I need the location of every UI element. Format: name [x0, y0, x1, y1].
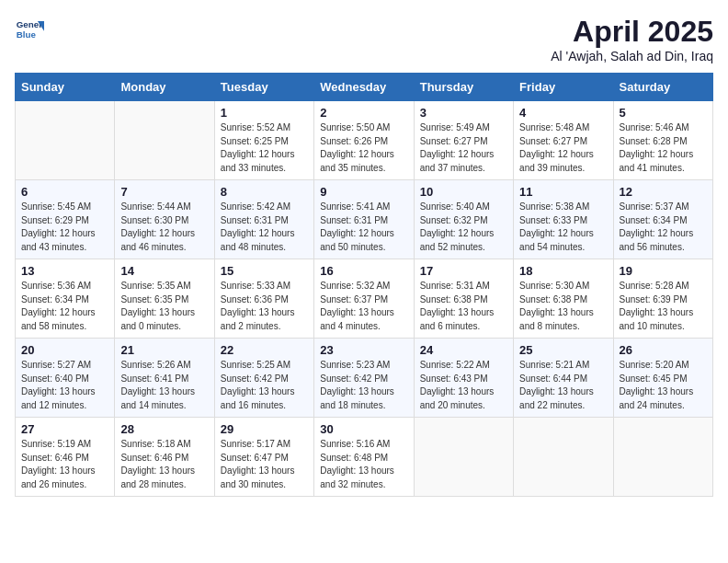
day-info: Sunrise: 5:26 AM Sunset: 6:41 PM Dayligh… [120, 359, 208, 412]
calendar-cell: 10Sunrise: 5:40 AM Sunset: 6:32 PM Dayli… [414, 180, 513, 259]
week-row-3: 13Sunrise: 5:36 AM Sunset: 6:34 PM Dayli… [16, 259, 713, 339]
day-number: 9 [320, 185, 407, 199]
day-number: 29 [221, 422, 308, 436]
day-number: 18 [519, 264, 607, 278]
day-info: Sunrise: 5:32 AM Sunset: 6:37 PM Dayligh… [320, 280, 407, 333]
calendar-cell: 3Sunrise: 5:49 AM Sunset: 6:27 PM Daylig… [414, 101, 513, 180]
calendar-cell: 27Sunrise: 5:19 AM Sunset: 6:46 PM Dayli… [16, 418, 115, 497]
calendar-cell: 24Sunrise: 5:22 AM Sunset: 6:43 PM Dayli… [414, 339, 513, 418]
day-number: 24 [420, 343, 507, 357]
day-info: Sunrise: 5:18 AM Sunset: 6:46 PM Dayligh… [120, 438, 208, 491]
calendar-cell: 29Sunrise: 5:17 AM Sunset: 6:47 PM Dayli… [214, 418, 313, 497]
calendar-cell: 23Sunrise: 5:23 AM Sunset: 6:42 PM Dayli… [314, 339, 414, 418]
day-info: Sunrise: 5:21 AM Sunset: 6:44 PM Dayligh… [519, 359, 607, 412]
day-number: 23 [320, 343, 407, 357]
day-info: Sunrise: 5:50 AM Sunset: 6:26 PM Dayligh… [320, 121, 407, 175]
svg-text:Blue: Blue [17, 29, 37, 40]
day-info: Sunrise: 5:22 AM Sunset: 6:43 PM Dayligh… [420, 359, 507, 412]
day-number: 19 [620, 264, 707, 278]
week-row-5: 27Sunrise: 5:19 AM Sunset: 6:46 PM Dayli… [16, 418, 713, 497]
day-info: Sunrise: 5:48 AM Sunset: 6:27 PM Dayligh… [519, 121, 607, 175]
day-info: Sunrise: 5:16 AM Sunset: 6:48 PM Dayligh… [320, 438, 407, 491]
day-number: 21 [120, 343, 208, 357]
day-number: 6 [21, 185, 108, 199]
day-number: 11 [519, 185, 607, 199]
day-number: 20 [21, 343, 108, 357]
day-header-wednesday: Wednesday [314, 74, 414, 101]
day-info: Sunrise: 5:28 AM Sunset: 6:39 PM Dayligh… [620, 280, 707, 333]
calendar-cell: 13Sunrise: 5:36 AM Sunset: 6:34 PM Dayli… [16, 259, 115, 339]
calendar-cell: 1Sunrise: 5:52 AM Sunset: 6:25 PM Daylig… [214, 101, 313, 180]
calendar-cell [613, 418, 712, 497]
calendar-cell: 4Sunrise: 5:48 AM Sunset: 6:27 PM Daylig… [514, 101, 613, 180]
day-number: 15 [221, 264, 308, 278]
day-number: 14 [120, 264, 208, 278]
day-number: 7 [120, 185, 208, 199]
calendar-cell: 11Sunrise: 5:38 AM Sunset: 6:33 PM Dayli… [514, 180, 613, 259]
day-header-friday: Friday [514, 74, 613, 101]
calendar-cell: 26Sunrise: 5:20 AM Sunset: 6:45 PM Dayli… [613, 339, 712, 418]
calendar-cell: 6Sunrise: 5:45 AM Sunset: 6:29 PM Daylig… [16, 180, 115, 259]
logo-icon: General Blue [15, 15, 44, 44]
calendar-cell: 16Sunrise: 5:32 AM Sunset: 6:37 PM Dayli… [314, 259, 414, 339]
day-number: 13 [21, 264, 108, 278]
day-number: 30 [320, 422, 407, 436]
day-info: Sunrise: 5:30 AM Sunset: 6:38 PM Dayligh… [519, 280, 607, 333]
day-number: 10 [420, 185, 507, 199]
day-number: 26 [620, 343, 707, 357]
week-row-1: 1Sunrise: 5:52 AM Sunset: 6:25 PM Daylig… [16, 101, 713, 180]
header: General Blue April 2025 Al 'Awjah, Salah… [15, 15, 713, 63]
calendar-cell [115, 101, 214, 180]
title-area: April 2025 Al 'Awjah, Salah ad Din, Iraq [551, 15, 713, 63]
calendar-cell: 20Sunrise: 5:27 AM Sunset: 6:40 PM Dayli… [16, 339, 115, 418]
calendar-cell: 30Sunrise: 5:16 AM Sunset: 6:48 PM Dayli… [314, 418, 414, 497]
day-info: Sunrise: 5:31 AM Sunset: 6:38 PM Dayligh… [420, 280, 507, 333]
logo: General Blue [15, 15, 44, 44]
day-number: 16 [320, 264, 407, 278]
day-info: Sunrise: 5:25 AM Sunset: 6:42 PM Dayligh… [221, 359, 308, 412]
day-number: 28 [120, 422, 208, 436]
calendar-cell: 28Sunrise: 5:18 AM Sunset: 6:46 PM Dayli… [115, 418, 214, 497]
header-row: SundayMondayTuesdayWednesdayThursdayFrid… [16, 74, 713, 101]
day-info: Sunrise: 5:42 AM Sunset: 6:31 PM Dayligh… [221, 201, 308, 254]
day-info: Sunrise: 5:17 AM Sunset: 6:47 PM Dayligh… [221, 438, 308, 491]
location-title: Al 'Awjah, Salah ad Din, Iraq [551, 49, 713, 63]
calendar-cell: 9Sunrise: 5:41 AM Sunset: 6:31 PM Daylig… [314, 180, 414, 259]
calendar-cell: 15Sunrise: 5:33 AM Sunset: 6:36 PM Dayli… [214, 259, 313, 339]
calendar-cell [514, 418, 613, 497]
calendar-cell: 12Sunrise: 5:37 AM Sunset: 6:34 PM Dayli… [613, 180, 712, 259]
week-row-4: 20Sunrise: 5:27 AM Sunset: 6:40 PM Dayli… [16, 339, 713, 418]
calendar-cell [16, 101, 115, 180]
month-title: April 2025 [551, 15, 713, 49]
week-row-2: 6Sunrise: 5:45 AM Sunset: 6:29 PM Daylig… [16, 180, 713, 259]
day-info: Sunrise: 5:46 AM Sunset: 6:28 PM Dayligh… [620, 121, 707, 175]
day-info: Sunrise: 5:33 AM Sunset: 6:36 PM Dayligh… [221, 280, 308, 333]
day-header-tuesday: Tuesday [214, 74, 313, 101]
day-info: Sunrise: 5:41 AM Sunset: 6:31 PM Dayligh… [320, 201, 407, 254]
day-info: Sunrise: 5:23 AM Sunset: 6:42 PM Dayligh… [320, 359, 407, 412]
calendar-cell: 22Sunrise: 5:25 AM Sunset: 6:42 PM Dayli… [214, 339, 313, 418]
day-info: Sunrise: 5:44 AM Sunset: 6:30 PM Dayligh… [120, 201, 208, 254]
day-number: 1 [221, 106, 308, 120]
day-info: Sunrise: 5:19 AM Sunset: 6:46 PM Dayligh… [21, 438, 108, 491]
day-info: Sunrise: 5:52 AM Sunset: 6:25 PM Dayligh… [221, 121, 308, 175]
day-info: Sunrise: 5:27 AM Sunset: 6:40 PM Dayligh… [21, 359, 108, 412]
day-number: 25 [519, 343, 607, 357]
calendar-cell: 17Sunrise: 5:31 AM Sunset: 6:38 PM Dayli… [414, 259, 513, 339]
day-header-saturday: Saturday [613, 74, 712, 101]
calendar-cell: 21Sunrise: 5:26 AM Sunset: 6:41 PM Dayli… [115, 339, 214, 418]
calendar-cell: 7Sunrise: 5:44 AM Sunset: 6:30 PM Daylig… [115, 180, 214, 259]
day-number: 3 [420, 106, 507, 120]
day-info: Sunrise: 5:49 AM Sunset: 6:27 PM Dayligh… [420, 121, 507, 175]
day-info: Sunrise: 5:40 AM Sunset: 6:32 PM Dayligh… [420, 201, 507, 254]
day-number: 4 [519, 106, 607, 120]
calendar-cell: 2Sunrise: 5:50 AM Sunset: 6:26 PM Daylig… [314, 101, 414, 180]
day-number: 17 [420, 264, 507, 278]
day-info: Sunrise: 5:45 AM Sunset: 6:29 PM Dayligh… [21, 201, 108, 254]
day-number: 2 [320, 106, 407, 120]
day-info: Sunrise: 5:20 AM Sunset: 6:45 PM Dayligh… [620, 359, 707, 412]
day-info: Sunrise: 5:38 AM Sunset: 6:33 PM Dayligh… [519, 201, 607, 254]
day-info: Sunrise: 5:35 AM Sunset: 6:35 PM Dayligh… [120, 280, 208, 333]
day-info: Sunrise: 5:36 AM Sunset: 6:34 PM Dayligh… [21, 280, 108, 333]
calendar-cell [414, 418, 513, 497]
